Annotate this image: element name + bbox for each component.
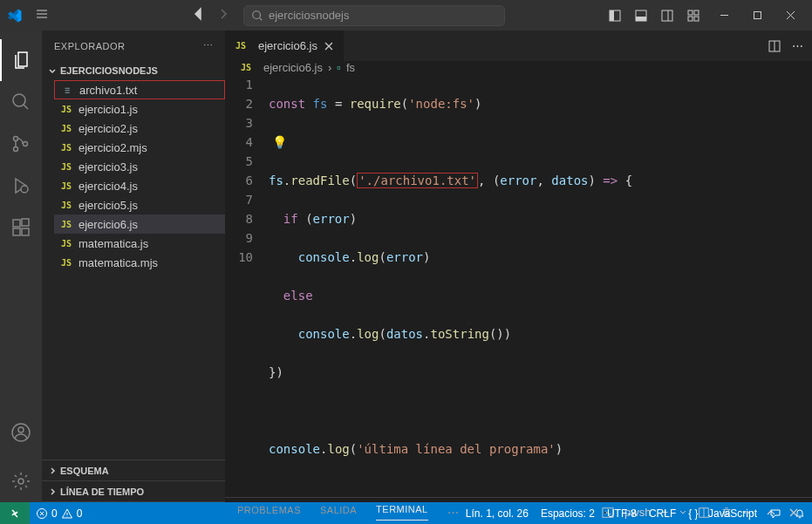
close-button[interactable] xyxy=(775,3,805,28)
status-encoding[interactable]: UTF-8 xyxy=(601,507,643,520)
svg-rect-19 xyxy=(22,219,29,226)
titlebar: ejerciciosnodejs xyxy=(0,0,812,31)
svg-rect-9 xyxy=(694,17,699,21)
layout-customize-icon[interactable] xyxy=(686,9,700,23)
file-item[interactable]: JSejercicio3.js xyxy=(54,157,225,176)
file-item[interactable]: JSejercicio1.js xyxy=(54,99,225,119)
activity-debug[interactable] xyxy=(0,165,42,207)
status-bell[interactable] xyxy=(788,507,812,520)
panel-tab-terminal[interactable]: TERMINAL xyxy=(376,504,428,521)
js-file-icon: JS xyxy=(59,162,73,172)
section-outline[interactable]: ESQUEMA xyxy=(42,460,225,481)
nav-forward-icon[interactable] xyxy=(216,7,230,24)
activity-scm[interactable] xyxy=(0,123,42,165)
sidebar-more-icon[interactable]: ⋯ xyxy=(203,40,214,51)
section-timeline[interactable]: LÍNEA DE TIEMPO xyxy=(42,481,225,502)
minimize-button[interactable] xyxy=(709,3,739,28)
status-position[interactable]: Lín. 1, col. 26 xyxy=(460,507,535,520)
activity-extensions[interactable] xyxy=(0,207,42,248)
tabbar: JS ejercicio6.js ⋯ xyxy=(225,31,812,61)
svg-rect-7 xyxy=(694,10,699,15)
svg-point-0 xyxy=(253,10,261,18)
split-editor-icon[interactable] xyxy=(768,39,781,53)
lightbulb-icon[interactable]: 💡 xyxy=(272,133,287,152)
status-spaces[interactable]: Espacios: 2 xyxy=(535,507,601,520)
status-feedback[interactable] xyxy=(763,507,788,520)
file-item[interactable]: JSmatematica.mjs xyxy=(54,253,225,272)
js-file-icon: JS xyxy=(59,181,73,191)
sidebar: EXPLORADOR ⋯ EJERCICIOSNODEJS ≡archivo1.… xyxy=(42,31,225,502)
file-item[interactable]: JSejercicio6.js xyxy=(54,214,225,234)
file-label: ejercicio6.js xyxy=(78,218,138,231)
panel-tab-problems[interactable]: PROBLEMAS xyxy=(237,505,301,521)
txt-file-icon: ≡ xyxy=(60,85,74,95)
status-eol[interactable]: CRLF xyxy=(643,507,682,520)
search-icon xyxy=(251,10,263,22)
nav-back-icon[interactable] xyxy=(192,7,206,24)
activity-search[interactable] xyxy=(0,81,42,123)
js-file-icon: JS xyxy=(59,220,73,229)
close-icon[interactable] xyxy=(323,40,335,52)
bell-icon xyxy=(794,507,806,520)
feedback-icon xyxy=(769,507,781,520)
svg-point-14 xyxy=(24,142,28,146)
svg-point-22 xyxy=(18,479,24,484)
file-label: archivo1.txt xyxy=(79,84,137,97)
search-input[interactable]: ejerciciosnodejs xyxy=(243,5,505,26)
svg-point-21 xyxy=(18,427,24,432)
file-label: ejercicio2.mjs xyxy=(78,141,147,154)
maximize-button[interactable] xyxy=(742,3,772,28)
activity-settings[interactable] xyxy=(0,460,42,502)
chevron-right-icon xyxy=(47,487,58,497)
layout-secondary-icon[interactable] xyxy=(660,9,674,23)
js-file-icon: JS xyxy=(59,239,73,248)
warning-icon xyxy=(61,507,73,520)
tab-ejercicio6[interactable]: JS ejercicio6.js xyxy=(225,31,345,61)
status-problems[interactable]: 0 0 xyxy=(30,507,88,520)
remote-button[interactable] xyxy=(0,502,30,524)
js-file-icon: JS xyxy=(234,41,248,51)
file-label: ejercicio5.js xyxy=(78,199,138,212)
file-item[interactable]: JSejercicio4.js xyxy=(54,176,225,195)
file-item[interactable]: JSejercicio5.js xyxy=(54,195,225,214)
panel-tab-output[interactable]: SALIDA xyxy=(320,505,357,521)
js-file-icon: JS xyxy=(59,105,73,114)
file-label: matematica.mjs xyxy=(78,256,158,269)
panel-more-icon[interactable]: ⋯ xyxy=(447,506,459,519)
breadcrumb[interactable]: JS ejercicio6.js › ▫ fs xyxy=(225,61,812,74)
error-icon xyxy=(36,507,48,520)
svg-rect-18 xyxy=(22,228,29,235)
line-numbers: 12345678910 xyxy=(225,75,269,497)
file-item[interactable]: JSejercicio2.mjs xyxy=(54,138,225,157)
search-placeholder: ejerciciosnodejs xyxy=(269,9,350,22)
file-label: ejercicio3.js xyxy=(78,160,138,174)
svg-rect-4 xyxy=(636,17,646,21)
file-label: ejercicio4.js xyxy=(78,180,138,193)
chevron-down-icon xyxy=(47,65,58,76)
activitybar xyxy=(0,31,42,502)
file-item[interactable]: JSmatematica.js xyxy=(54,234,225,253)
svg-point-15 xyxy=(21,186,28,193)
file-list: ≡archivo1.txtJSejercicio1.jsJSejercicio2… xyxy=(42,80,225,272)
svg-rect-10 xyxy=(754,12,761,19)
layout-panel-icon[interactable] xyxy=(634,9,648,23)
sidebar-title: EXPLORADOR xyxy=(54,41,125,51)
tab-more-icon[interactable]: ⋯ xyxy=(792,39,803,52)
vscode-logo-icon xyxy=(7,8,23,24)
symbol-icon: ▫ xyxy=(337,61,341,74)
menu-icon[interactable] xyxy=(31,3,52,27)
file-item[interactable]: JSejercicio2.js xyxy=(54,119,225,138)
folder-header[interactable]: EJERCICIOSNODEJS xyxy=(42,61,225,80)
activity-explorer[interactable] xyxy=(0,39,42,81)
svg-point-11 xyxy=(13,94,25,106)
file-label: matematica.js xyxy=(78,237,148,250)
status-language[interactable]: { } JavaScript xyxy=(682,507,763,520)
js-file-icon: JS xyxy=(59,201,73,210)
svg-rect-5 xyxy=(662,10,672,21)
activity-account[interactable] xyxy=(0,412,42,453)
chevron-right-icon xyxy=(47,466,58,476)
file-item[interactable]: ≡archivo1.txt xyxy=(54,80,225,99)
braces-icon: { } xyxy=(688,507,698,520)
layout-primary-icon[interactable] xyxy=(608,9,622,23)
code-editor[interactable]: 12345678910 const fs = require('node:fs'… xyxy=(225,74,812,497)
